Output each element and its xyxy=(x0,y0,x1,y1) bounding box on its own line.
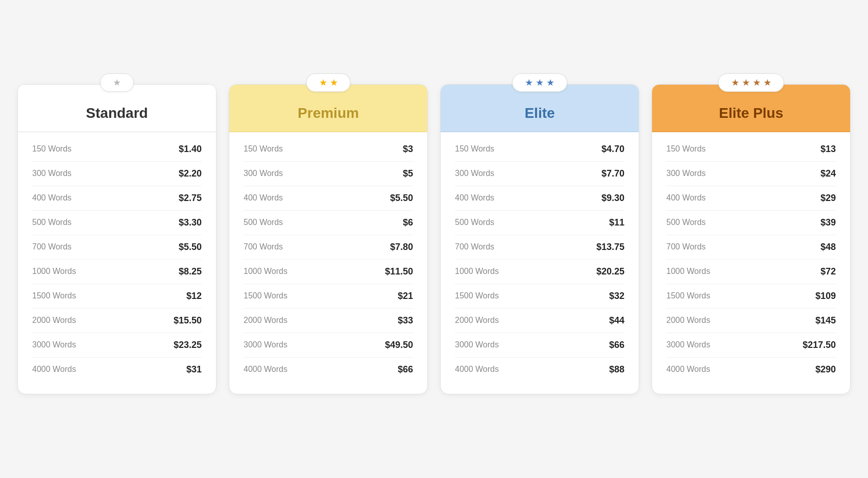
word-count-label: 4000 Words xyxy=(455,365,499,374)
price-row: 500 Words$6 xyxy=(244,211,413,235)
word-count-label: 500 Words xyxy=(244,218,283,227)
price-row: 4000 Words$66 xyxy=(244,358,413,382)
price-value: $21 xyxy=(398,291,413,301)
price-value: $6 xyxy=(403,217,413,228)
star-icon: ★ xyxy=(546,77,554,88)
price-row: 400 Words$9.30 xyxy=(455,186,624,211)
plan-name-elite-plus: Elite Plus xyxy=(662,105,840,121)
price-row: 500 Words$3.30 xyxy=(32,211,202,235)
word-count-label: 400 Words xyxy=(244,193,283,203)
word-count-label: 700 Words xyxy=(666,242,706,251)
price-row: 150 Words$4.70 xyxy=(455,137,624,162)
price-value: $39 xyxy=(821,217,836,228)
price-row: 700 Words$48 xyxy=(666,235,836,260)
word-count-label: 1500 Words xyxy=(32,291,76,300)
price-value: $9.30 xyxy=(601,193,624,204)
star-icon: ★ xyxy=(330,77,338,88)
word-count-label: 1500 Words xyxy=(666,291,710,300)
price-value: $7.70 xyxy=(601,168,624,179)
price-value: $2.20 xyxy=(179,168,202,179)
price-value: $72 xyxy=(821,266,836,277)
price-row: 4000 Words$31 xyxy=(32,358,202,382)
word-count-label: 300 Words xyxy=(455,169,494,178)
price-value: $15.50 xyxy=(174,315,202,326)
price-value: $145 xyxy=(815,315,836,326)
price-row: 300 Words$5 xyxy=(244,162,413,186)
price-row: 1000 Words$72 xyxy=(666,260,836,284)
plan-card-standard: ★Standard150 Words$1.40300 Words$2.20400… xyxy=(17,84,216,394)
price-row: 1000 Words$20.25 xyxy=(455,260,624,284)
price-row: 2000 Words$15.50 xyxy=(32,309,202,333)
price-value: $88 xyxy=(609,364,624,375)
word-count-label: 500 Words xyxy=(32,218,71,227)
price-value: $4.70 xyxy=(601,144,624,155)
price-row: 3000 Words$66 xyxy=(455,333,624,358)
price-value: $23.25 xyxy=(174,340,202,350)
price-row: 150 Words$13 xyxy=(666,137,836,162)
price-row: 3000 Words$49.50 xyxy=(244,333,413,358)
price-value: $11 xyxy=(609,217,624,228)
plan-badge-elite: ★★★ xyxy=(512,73,567,92)
price-row: 500 Words$11 xyxy=(455,211,624,235)
price-row: 700 Words$13.75 xyxy=(455,235,624,260)
word-count-label: 400 Words xyxy=(666,193,706,203)
star-icon: ★ xyxy=(319,77,327,88)
word-count-label: 1000 Words xyxy=(455,267,499,276)
word-count-label: 150 Words xyxy=(244,144,283,154)
price-row: 500 Words$39 xyxy=(666,211,836,235)
price-row: 400 Words$2.75 xyxy=(32,186,202,211)
star-icon: ★ xyxy=(113,77,121,88)
word-count-label: 700 Words xyxy=(244,242,283,251)
price-row: 300 Words$2.20 xyxy=(32,162,202,186)
price-value: $1.40 xyxy=(179,144,202,155)
word-count-label: 150 Words xyxy=(455,144,494,154)
price-row: 1000 Words$8.25 xyxy=(32,260,202,284)
price-row: 2000 Words$33 xyxy=(244,309,413,333)
price-row: 150 Words$1.40 xyxy=(32,137,202,162)
price-row: 700 Words$5.50 xyxy=(32,235,202,260)
price-value: $13.75 xyxy=(596,242,624,253)
word-count-label: 4000 Words xyxy=(666,365,710,374)
word-count-label: 1000 Words xyxy=(32,267,76,276)
price-value: $44 xyxy=(609,315,624,326)
word-count-label: 150 Words xyxy=(32,144,71,154)
word-count-label: 300 Words xyxy=(244,169,283,178)
price-rows-elite-plus: 150 Words$13300 Words$24400 Words$29500 … xyxy=(652,132,850,382)
price-row: 700 Words$7.80 xyxy=(244,235,413,260)
word-count-label: 1500 Words xyxy=(244,291,287,300)
price-row: 1500 Words$21 xyxy=(244,284,413,309)
plan-badge-elite-plus: ★★★★ xyxy=(718,73,784,92)
price-value: $48 xyxy=(821,242,836,253)
price-row: 1500 Words$32 xyxy=(455,284,624,309)
price-row: 4000 Words$290 xyxy=(666,358,836,382)
plan-name-standard: Standard xyxy=(28,105,206,121)
plan-card-elite: ★★★Elite150 Words$4.70300 Words$7.70400 … xyxy=(440,84,639,394)
price-value: $3 xyxy=(403,144,413,155)
price-row: 400 Words$29 xyxy=(666,186,836,211)
word-count-label: 700 Words xyxy=(455,242,494,251)
price-value: $66 xyxy=(398,364,413,375)
price-value: $2.75 xyxy=(179,193,202,204)
price-row: 300 Words$7.70 xyxy=(455,162,624,186)
word-count-label: 3000 Words xyxy=(244,340,287,349)
word-count-label: 300 Words xyxy=(32,169,71,178)
price-value: $24 xyxy=(821,168,836,179)
word-count-label: 4000 Words xyxy=(244,365,287,374)
price-row: 300 Words$24 xyxy=(666,162,836,186)
price-value: $29 xyxy=(821,193,836,204)
plan-badge-standard: ★ xyxy=(100,73,134,92)
price-row: 2000 Words$44 xyxy=(455,309,624,333)
price-value: $49.50 xyxy=(385,340,413,350)
word-count-label: 2000 Words xyxy=(244,316,287,325)
plan-card-premium: ★★Premium150 Words$3300 Words$5400 Words… xyxy=(229,84,428,394)
price-value: $20.25 xyxy=(596,266,624,277)
star-icon: ★ xyxy=(536,77,544,88)
star-icon: ★ xyxy=(763,77,771,88)
plan-name-elite: Elite xyxy=(451,105,629,121)
price-row: 150 Words$3 xyxy=(244,137,413,162)
price-row: 2000 Words$145 xyxy=(666,309,836,333)
price-value: $5.50 xyxy=(179,242,202,253)
price-rows-premium: 150 Words$3300 Words$5400 Words$5.50500 … xyxy=(229,132,427,382)
price-value: $290 xyxy=(815,364,836,375)
word-count-label: 400 Words xyxy=(32,193,71,203)
